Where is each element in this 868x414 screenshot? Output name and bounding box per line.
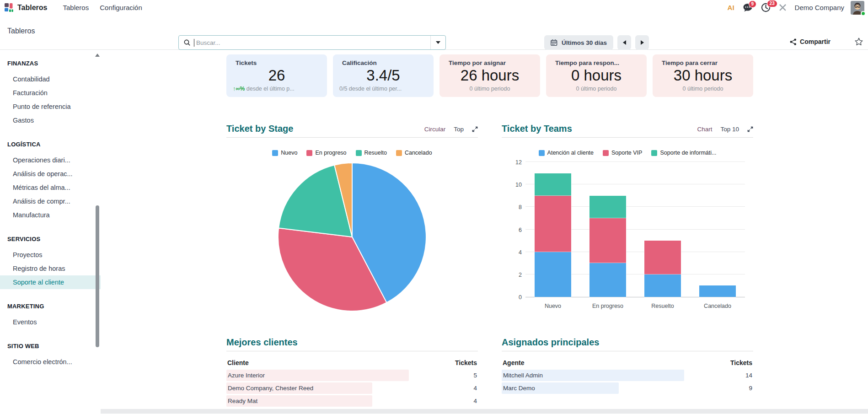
table-row[interactable]: Ready Mat4 xyxy=(226,395,478,407)
kpi-card-tiempo-para-cerrar: Tiempo para cerrar30 hours0 último perio… xyxy=(653,54,753,97)
legend-item-resuelto: Resuelto xyxy=(356,150,387,156)
legend-swatch xyxy=(272,150,278,156)
share-button[interactable]: Compartir xyxy=(790,38,830,45)
teams-chart-type-control[interactable]: Chart xyxy=(697,126,712,133)
main-area: FINANZASContabilidadFacturaciónPunto de … xyxy=(0,49,868,414)
sidebar-item-eventos[interactable]: Eventos xyxy=(0,315,101,329)
teams-chart-top-control[interactable]: Top 10 xyxy=(720,126,739,133)
sidebar-item-soporte-al-cliente[interactable]: Soporte al cliente xyxy=(0,275,101,289)
y-tick-label: 10 xyxy=(506,182,522,188)
messages-button[interactable]: 9 xyxy=(743,3,753,12)
user-avatar[interactable] xyxy=(851,1,864,15)
assignees-table-title: Asignados principales xyxy=(502,337,599,348)
kpi-subtitle: 0/5 desde el último per... xyxy=(333,86,434,92)
bar-plot: 024681012 xyxy=(525,162,745,297)
search-input[interactable] xyxy=(194,39,430,46)
debug-tools-button[interactable] xyxy=(779,4,787,11)
stage-chart-top-control[interactable]: Top xyxy=(454,126,464,133)
search-dropdown-toggle[interactable] xyxy=(430,36,445,49)
table-row[interactable]: Marc Demo9 xyxy=(502,382,753,394)
horizontal-scrollbar[interactable] xyxy=(101,409,868,414)
stage-chart-expand-button[interactable] xyxy=(472,126,478,132)
legend-item-soporte-de-informati: Soporte de informáti... xyxy=(651,150,716,156)
teams-chart-expand-button[interactable] xyxy=(747,126,753,132)
bar-segment-atencion-al-cliente xyxy=(699,285,736,297)
chart-section-ticket-by-teams: Ticket by Teams Chart Top 10 Atención al… xyxy=(502,124,753,312)
sidebar-scrollbar-thumb[interactable] xyxy=(96,205,99,347)
table-row[interactable]: Azure Interior5 xyxy=(226,370,478,381)
stage-chart-title: Ticket by Stage xyxy=(226,124,293,134)
bar-segment-soporte-vip xyxy=(589,218,626,263)
kpi-delta: ↑∞% xyxy=(233,86,245,92)
sidebar-scrollbar[interactable] xyxy=(94,50,101,414)
row-label: Ready Mat xyxy=(226,398,257,404)
x-tick-label: Cancelado xyxy=(690,303,745,309)
legend-swatch xyxy=(651,150,657,156)
messages-badge: 9 xyxy=(749,0,757,8)
bar-segment-soporte-de-informati xyxy=(589,196,626,218)
sidebar-item-gastos[interactable]: Gastos xyxy=(0,113,101,127)
row-value: 5 xyxy=(473,372,478,379)
stacked-bar-cancelado xyxy=(699,285,736,297)
column-header-cliente: Cliente xyxy=(227,359,249,366)
sidebar-item-operaciones-diari[interactable]: Operaciones diari... xyxy=(0,153,101,167)
sidebar-section-servicios: SERVICIOS xyxy=(0,236,101,242)
bar-slot-nuevo xyxy=(525,162,580,297)
legend-item-nuevo: Nuevo xyxy=(272,150,297,156)
scroll-up-arrow[interactable] xyxy=(95,54,100,57)
share-label: Compartir xyxy=(800,38,830,45)
table-mejores-clientes: Mejores clientes ClienteTickets Azure In… xyxy=(226,337,478,407)
favorite-star-button[interactable] xyxy=(854,37,863,48)
sidebar-item-metricas-del-alma[interactable]: Métricas del alma... xyxy=(0,181,101,194)
y-tick-label: 8 xyxy=(506,204,522,210)
app-title[interactable]: Tableros xyxy=(17,4,48,12)
stage-chart-type-control[interactable]: Circular xyxy=(424,126,446,133)
sidebar-item-registro-de-horas[interactable]: Registro de horas xyxy=(0,262,101,275)
sidebar-item-contabilidad[interactable]: Contabilidad xyxy=(0,72,101,86)
previous-period-button[interactable] xyxy=(617,35,631,50)
sidebar-section-logistica: LOGÍSTICA xyxy=(0,141,101,148)
legend-swatch xyxy=(603,150,609,156)
table-row[interactable]: Mitchell Admin14 xyxy=(502,370,753,381)
kpi-subtitle: 0 último periodo xyxy=(546,86,647,92)
control-panel: Tableros Últimos 30 días xyxy=(0,15,868,49)
bar-slot-en-progreso xyxy=(580,162,635,297)
y-tick-label: 2 xyxy=(506,272,522,278)
sidebar-section-sitio-web: SITIO WEB xyxy=(0,343,101,349)
menu-tableros[interactable]: Tableros xyxy=(58,4,95,11)
x-tick-label: Nuevo xyxy=(525,303,580,309)
date-range-button[interactable]: Últimos 30 días xyxy=(544,35,613,50)
sidebar-item-analisis-de-compr[interactable]: Análisis de compr... xyxy=(0,194,101,208)
kpi-title: Tiempo para cerrar xyxy=(653,59,753,66)
kpi-card-calificacion: Calificación3.4/50/5 desde el último per… xyxy=(333,54,434,97)
sidebar-item-analisis-de-operac[interactable]: Análisis de operac... xyxy=(0,167,101,181)
table-row[interactable]: Demo Company, Chester Reed4 xyxy=(226,382,478,394)
sidebar-item-proyectos[interactable]: Proyectos xyxy=(0,248,101,262)
dashboard-content: Tickets26↑∞% desde el último p...Calific… xyxy=(101,50,868,414)
bar-groups xyxy=(525,162,745,297)
teams-chart-title: Ticket by Teams xyxy=(502,124,572,134)
kpi-card-tickets: Tickets26↑∞% desde el último p... xyxy=(226,54,327,97)
next-period-button[interactable] xyxy=(635,35,649,50)
y-tick-label: 12 xyxy=(506,159,522,166)
sidebar-item-manufactura[interactable]: Manufactura xyxy=(0,208,101,222)
company-switcher[interactable]: Demo Company xyxy=(795,4,844,11)
activities-button[interactable]: 23 xyxy=(761,3,771,12)
bar-slot-cancelado xyxy=(690,162,745,297)
legend-stage: NuevoEn progresoResueltoCancelado xyxy=(226,150,478,156)
column-header-tickets: Tickets xyxy=(730,359,752,366)
sidebar-item-comercio-electron[interactable]: Comercio electrón... xyxy=(0,355,101,369)
sidebar-section-marketing: MARKETING xyxy=(0,303,101,310)
ai-icon[interactable]: AI xyxy=(728,4,734,11)
sidebar-item-punto-de-referencia[interactable]: Punto de referencia xyxy=(0,100,101,113)
kpi-value: 0 hours xyxy=(546,67,647,84)
expand-icon xyxy=(747,126,753,132)
legend-item-soporte-vip: Soporte VIP xyxy=(603,150,642,156)
menu-configuracion[interactable]: Configuración xyxy=(94,4,148,11)
legend-label: Atención al cliente xyxy=(547,150,594,156)
expand-icon xyxy=(472,126,478,132)
row-label: Azure Interior xyxy=(226,372,265,379)
dashboards-app-icon[interactable] xyxy=(5,3,13,12)
sidebar-item-facturacion[interactable]: Facturación xyxy=(0,86,101,100)
stacked-bar-nuevo xyxy=(535,173,571,297)
